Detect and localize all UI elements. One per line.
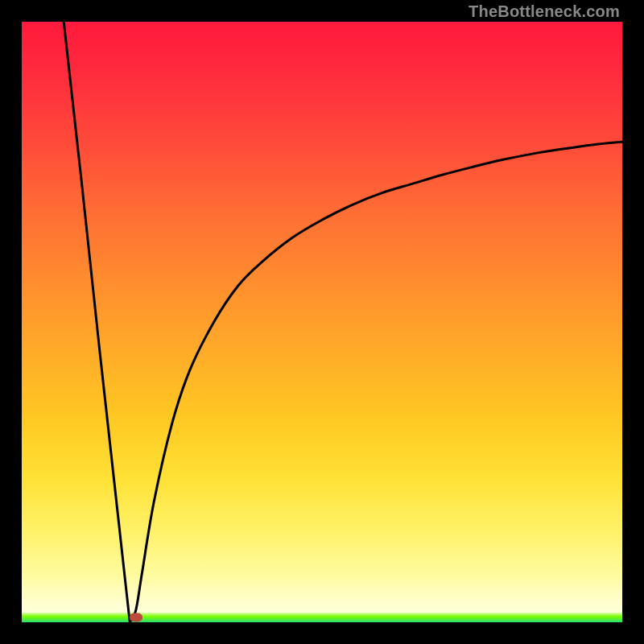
optimal-band xyxy=(22,613,622,622)
chart-frame: TheBottleneck.com xyxy=(0,0,644,644)
attribution-text: TheBottleneck.com xyxy=(469,2,620,21)
heat-gradient xyxy=(22,22,622,622)
plot-area xyxy=(22,22,622,622)
